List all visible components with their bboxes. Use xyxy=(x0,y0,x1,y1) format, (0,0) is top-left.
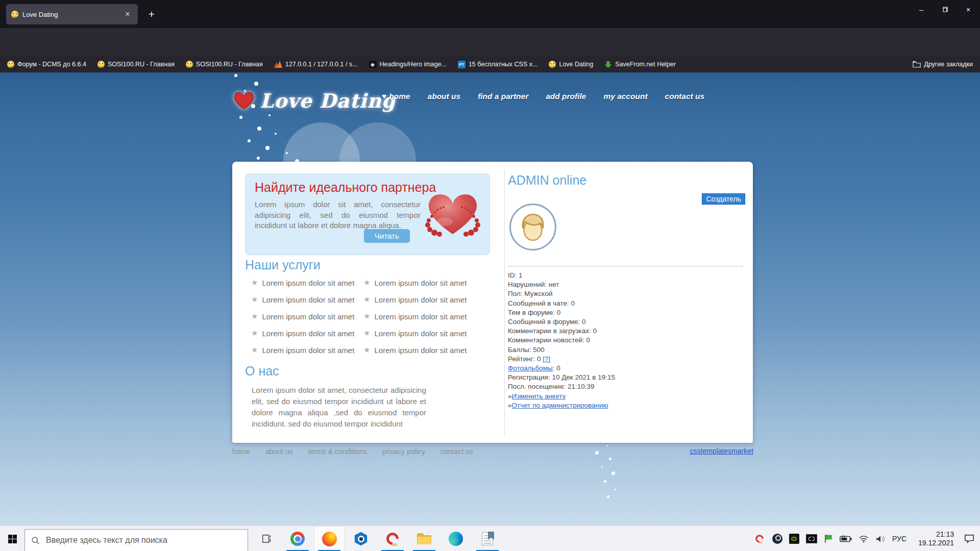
windows-logo-icon xyxy=(8,535,17,543)
hexagon-app-icon xyxy=(354,532,368,546)
admin-report-link[interactable]: Отчет по администрированию xyxy=(512,402,608,409)
taskbar-search-input[interactable]: Введите здесь текст для поиска xyxy=(24,529,248,551)
bookmark-label: 15 бесплатных CSS х... xyxy=(469,61,538,68)
services-title: Наши услуги xyxy=(245,258,321,272)
bookmark-item[interactable]: 127.0.0.1 / 127.0.0.1 / s... xyxy=(274,61,358,68)
wifi-icon[interactable] xyxy=(859,535,869,543)
browser-tab[interactable]: Love Dating × xyxy=(6,4,138,24)
firefox-icon xyxy=(322,532,337,546)
battery-charging-icon[interactable] xyxy=(840,535,852,543)
edit-profile-row: »Изменить анкету xyxy=(508,392,743,401)
stat-last-visit: Посл. посещение: 21:10:39 xyxy=(508,382,743,391)
bookmark-item[interactable]: Форум - DCMS до 6.6.4 xyxy=(7,61,86,68)
main-navigation: ♥ home about us find a partner add profi… xyxy=(382,92,704,101)
nav-label: add profile xyxy=(546,92,586,101)
stat-id: ID: 1 xyxy=(508,271,743,280)
tray-ccleaner-icon[interactable] xyxy=(754,533,765,544)
csstemplatesmarket-link[interactable]: csstemplatesmarket xyxy=(690,447,753,455)
site-logo[interactable]: Love Dating xyxy=(232,83,396,118)
rating-label: Рейтинг: 0 xyxy=(508,355,543,363)
tray-flag-icon[interactable] xyxy=(824,534,833,543)
bookmark-item[interactable]: PT 15 бесплатных CSS х... xyxy=(458,61,538,68)
nav-item-about-us[interactable]: about us xyxy=(428,92,461,101)
tab-close-icon[interactable]: × xyxy=(122,9,133,19)
taskbar-document-app-button[interactable] xyxy=(472,526,503,551)
bookmark-label: 127.0.0.1 / 127.0.0.1 / s... xyxy=(285,61,358,68)
task-view-button[interactable] xyxy=(251,526,282,551)
taskbar-edge-button[interactable] xyxy=(440,526,471,551)
footer-link-about-us[interactable]: about us xyxy=(265,447,293,456)
window-minimize-button[interactable]: – xyxy=(910,0,933,19)
window-close-button[interactable]: × xyxy=(957,0,980,19)
task-view-icon xyxy=(261,533,272,544)
browser-toolbar: ← → ↻ ⌂ hugos.pru/u/ xyxy=(0,28,980,56)
photo-albums-link[interactable]: Фотоальбомы xyxy=(508,364,553,372)
nav-item-home[interactable]: ♥ home xyxy=(382,92,410,101)
taskbar-hexagon-app-button[interactable] xyxy=(346,526,376,551)
nav-item-find-a-partner[interactable]: find a partner xyxy=(478,92,528,101)
bookmark-label: Love Dating xyxy=(559,61,593,68)
nav-item-add-profile[interactable]: add profile xyxy=(546,92,586,101)
nav-label: about us xyxy=(428,92,461,101)
clock-date: 19.12.2021 xyxy=(913,539,954,547)
bookmark-item[interactable]: SOSI100.RU - Главная xyxy=(186,61,263,68)
service-item: ★Lorem ipsum dolor sit amet xyxy=(251,295,354,304)
star-bullet-icon: ★ xyxy=(363,295,370,304)
chrome-icon xyxy=(290,532,305,546)
site-logo-text: Love Dating xyxy=(260,89,396,112)
stat-upload-comments: Комментарии в загрузках: 0 xyxy=(508,327,743,336)
action-center-icon[interactable] xyxy=(964,534,975,544)
service-item: ★Lorem ipsum dolor sit amet xyxy=(363,312,467,321)
footer-link-privacy[interactable]: privacy policy xyxy=(382,447,425,456)
bookmarks-bar: Форум - DCMS до 6.6.4 SOSI100.RU - Главн… xyxy=(0,56,980,72)
pt-site-icon: PT xyxy=(458,61,465,68)
start-button[interactable] xyxy=(0,526,24,551)
taskbar-ccleaner-button[interactable] xyxy=(377,526,408,551)
bookmark-item[interactable]: Love Dating xyxy=(549,61,593,68)
tab-title: Love Dating xyxy=(22,11,122,18)
service-label: Lorem ipsum dolor sit amet xyxy=(374,312,467,321)
new-tab-button[interactable]: + xyxy=(144,8,159,21)
window-restore-button[interactable] xyxy=(933,0,957,19)
tray-steam-icon[interactable] xyxy=(772,534,782,544)
creator-badge[interactable]: Создатель xyxy=(702,193,745,205)
footer-credit: csstemplatesmarket xyxy=(684,446,753,456)
bookmark-item[interactable]: SaveFrom.net Helper xyxy=(604,61,676,68)
footer-link-contact-us[interactable]: contact us xyxy=(440,447,473,456)
star-bullet-icon: ★ xyxy=(251,345,258,355)
footer-link-terms[interactable]: terms & conditions xyxy=(308,447,367,456)
other-bookmarks-label: Другие закладки xyxy=(924,61,973,68)
taskbar-chrome-button[interactable] xyxy=(282,526,313,551)
rating-help-link[interactable]: [?] xyxy=(543,355,550,363)
profile-stats: ID: 1 Нарушений: нет Пол: Мужской Сообще… xyxy=(508,271,743,410)
service-label: Lorem ipsum dolor sit amet xyxy=(374,279,467,287)
read-button[interactable]: Читать xyxy=(364,229,410,243)
bookmark-item[interactable]: ◈ Headings/Hero image... xyxy=(369,61,447,68)
stat-violations: Нарушений: нет xyxy=(508,280,743,289)
bookmark-item[interactable]: SOSI100.RU - Главная xyxy=(97,61,175,68)
stat-points: Баллы: 500 xyxy=(508,345,743,355)
bookmark-smiley-icon xyxy=(97,61,105,68)
screen: Love Dating × + – × ← → ↻ ⌂ hugos.pru/u/ xyxy=(0,0,980,551)
taskbar-firefox-button[interactable] xyxy=(314,526,345,551)
link-arrow-icon: » xyxy=(508,402,512,409)
dotted-divider xyxy=(508,266,743,267)
promo-title: Найдите идеального партнера xyxy=(255,180,436,195)
other-bookmarks-button[interactable]: Другие закладки xyxy=(913,56,973,72)
language-indicator[interactable]: РУС xyxy=(892,535,906,543)
service-label: Lorem ipsum dolor sit amet xyxy=(262,346,354,355)
footer-link-home[interactable]: home xyxy=(232,447,250,456)
nav-item-my-account[interactable]: my account xyxy=(603,92,647,101)
volume-icon[interactable] xyxy=(875,535,886,543)
taskbar-clock[interactable]: 21:13 19.12.2021 xyxy=(913,530,954,547)
tray-display-icon[interactable] xyxy=(806,534,817,543)
nav-item-contact-us[interactable]: contact us xyxy=(665,92,705,101)
promo-text: Lorem ipsum dolor sit amet, consectetur … xyxy=(255,199,421,231)
albums-count: : 0 xyxy=(553,364,560,372)
tray-nvidia-icon[interactable] xyxy=(789,534,799,544)
edit-profile-link[interactable]: Изменить анкету xyxy=(512,392,566,400)
taskbar-explorer-button[interactable] xyxy=(409,526,439,551)
nav-label: home xyxy=(389,92,410,101)
avatar[interactable] xyxy=(509,204,556,251)
service-label: Lorem ipsum dolor sit amet xyxy=(262,295,354,304)
